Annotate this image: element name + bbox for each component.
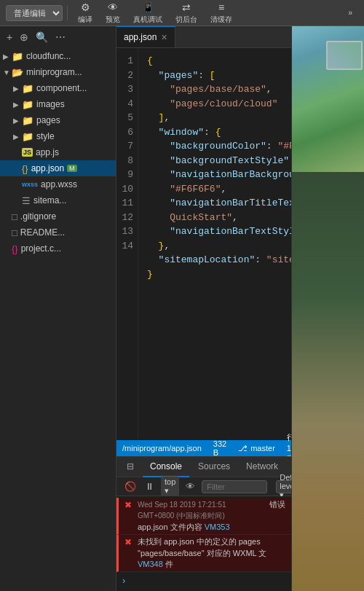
code-line-8: "backgroundTextStyle": "light", (147, 154, 291, 168)
label-sitemap: sitema... (33, 195, 66, 206)
tab-network-label: Network (246, 461, 278, 471)
folder-icon-style: 📁 (22, 131, 33, 142)
modified-badge: M (67, 165, 77, 172)
arrow-cloudfunc: ▶ (3, 52, 10, 60)
tab-close-button[interactable]: × (161, 31, 167, 43)
arrow-component: ▶ (13, 85, 20, 93)
ln-14: 14 (121, 239, 133, 254)
console-toolbar: 🚫 ⏸ top ▾ 👁 Default levels ▾ (116, 477, 291, 496)
code-line-4: "pages/cloud/cloud" (147, 97, 291, 111)
label-cloudfunc: cloudfunc... (26, 51, 71, 61)
compile-button[interactable]: ⚙ 编译 (72, 1, 98, 25)
preview-label: 预览 (106, 15, 120, 25)
code-line-6: "window": { (147, 125, 291, 140)
toolbar-divider-1 (67, 6, 68, 20)
code-line-13: "navigationBarTextStyle": "black" (147, 224, 291, 239)
folder-icon-miniprogram: 📂 (12, 67, 23, 78)
tab-network[interactable]: Network (239, 457, 285, 477)
status-filesize: 332 B (213, 439, 226, 457)
sidebar-item-style[interactable]: ▶ 📁 style (0, 128, 116, 144)
console-content: ✖ Wed Sep 18 2019 17:21:51 GMT+0800 (中国标… (116, 496, 291, 591)
ln-5: 5 (121, 111, 133, 125)
preview-button[interactable]: 👁 预览 (100, 1, 126, 25)
status-bar: /miniprogram/app.json 332 B ⎇ master 行 1… (116, 440, 291, 456)
more-options-button[interactable]: ⋯ (53, 30, 68, 44)
code-editor[interactable]: 1 2 3 4 5 6 7 8 9 10 11 12 13 14 { (116, 48, 291, 440)
error-icon-2: ✖ (124, 537, 132, 547)
tab-console[interactable]: Console (143, 457, 189, 477)
pause-button[interactable]: ⏸ (143, 480, 157, 493)
clear-console-button[interactable]: 🚫 (122, 480, 138, 493)
arrow-style: ▶ (13, 133, 20, 141)
status-filepath: /miniprogram/app.json (122, 444, 202, 453)
console-prompt: › (116, 572, 291, 589)
compile-label: 编译 (78, 15, 92, 25)
code-line-7: "backgroundColor": "#F6F6F6", (147, 139, 291, 154)
map-panel (292, 26, 364, 591)
sidebar-item-appjs[interactable]: ▶ JS app.js (0, 144, 116, 160)
tab-appjson[interactable]: app.json × (116, 26, 175, 48)
main-area: + ⊕ 🔍 ⋯ ▶ 📁 cloudfunc... ▼ 📂 miniprogram… (0, 26, 364, 591)
realtest-icon: 📱 (142, 1, 154, 13)
sidebar-item-project[interactable]: ▶ {} project.c... (0, 240, 116, 257)
eye-button[interactable]: 👁 (183, 480, 197, 493)
sidebar-item-gitignore[interactable]: ▶ □ .gitignore (0, 208, 116, 224)
tab-console-panel-btn[interactable]: ⊟ (119, 457, 141, 477)
error-app-1: app.json 文件内容 (138, 522, 202, 531)
filter-input[interactable] (202, 480, 267, 493)
code-line-11: "navigationBarTitleText": "云开发 (147, 196, 291, 211)
error-text-2: 未找到 app.json 中的定义的 pages "pages/base/bas… (138, 536, 285, 570)
code-line-2: "pages": [ (147, 69, 291, 83)
code-line-1: { (147, 54, 291, 69)
label-appjs: app.js (36, 147, 59, 157)
cutover-label: 切后台 (175, 15, 197, 25)
sidebar-item-component[interactable]: ▶ 📁 component... (0, 80, 116, 96)
sidebar-item-cloudfunc[interactable]: ▶ 📁 cloudfunc... (0, 48, 116, 64)
add-folder-button[interactable]: ⊕ (17, 30, 31, 44)
clearcache-button[interactable]: ≡ 清缓存 (205, 1, 238, 25)
code-line-5: ], (147, 111, 291, 125)
line-numbers: 1 2 3 4 5 6 7 8 9 10 11 12 13 14 (116, 48, 138, 440)
sidebar-item-appjson[interactable]: ▶ {} app.json M (0, 160, 116, 176)
ln-4: 4 (121, 97, 133, 111)
sidebar-item-pages[interactable]: ▶ 📁 pages (0, 112, 116, 128)
folder-icon-images: 📁 (22, 99, 33, 110)
tab-sources-label: Sources (198, 461, 230, 471)
code-line-14: }, (147, 239, 291, 254)
cutover-button[interactable]: ⇄ 切后台 (170, 1, 203, 25)
sidebar-item-images[interactable]: ▶ 📁 images (0, 96, 116, 112)
editor-console-column: app.json × 1 2 3 4 5 6 7 8 9 10 11 (116, 26, 291, 591)
error-source-1: VM353 (205, 522, 230, 531)
clearcache-label: 清缓存 (210, 15, 232, 25)
sidebar-item-readme[interactable]: ▶ □ README... (0, 224, 116, 240)
sidebar: + ⊕ 🔍 ⋯ ▶ 📁 cloudfunc... ▼ 📂 miniprogram… (0, 26, 116, 591)
search-button[interactable]: 🔍 (33, 30, 50, 44)
console-panel-icon: ⊟ (127, 461, 134, 471)
more-button[interactable]: » (342, 1, 358, 25)
console-error-msg-2: ✖ 未找到 app.json 中的定义的 pages "pages/base/b… (116, 535, 291, 572)
wxss-icon-appwxss: wxss (22, 181, 38, 188)
branch-icon: ⎇ (238, 444, 248, 453)
sidebar-item-miniprogram[interactable]: ▼ 📂 miniprogram... (0, 64, 116, 80)
tab-bar: app.json × (116, 26, 291, 48)
error-detail-text-1: 错误 (269, 499, 285, 510)
sidebar-item-appwxss[interactable]: ▶ wxss app.wxss (0, 176, 116, 192)
default-levels-dropdown[interactable]: Default levels ▾ (276, 480, 291, 493)
filepath-text: /miniprogram/app.json (122, 444, 202, 453)
add-file-button[interactable]: + (4, 30, 15, 44)
ln-7: 7 (121, 139, 133, 154)
branch-text: master (250, 444, 275, 453)
map-bottom (292, 172, 364, 591)
error-detail-suffix: 件 (165, 560, 173, 568)
code-content[interactable]: { "pages": [ "pages/base/base", "pages/c… (138, 48, 291, 440)
filesize-text: 332 B (213, 439, 226, 457)
label-miniprogram: miniprogram... (26, 67, 82, 77)
realtest-button[interactable]: 📱 真机调试 (127, 1, 168, 25)
tab-sources[interactable]: Sources (191, 457, 237, 477)
mode-select[interactable]: 普通编辑 (6, 5, 63, 21)
ln-13: 13 (121, 224, 133, 239)
sidebar-item-sitemap[interactable]: ▶ ☰ sitema... (0, 192, 116, 208)
realtest-label: 真机调试 (133, 15, 162, 25)
error-time-1: Wed Sep 18 2019 17:21:51 GMT+0800 (中国标准时… (138, 501, 226, 520)
top-selector[interactable]: top ▾ (161, 477, 179, 496)
